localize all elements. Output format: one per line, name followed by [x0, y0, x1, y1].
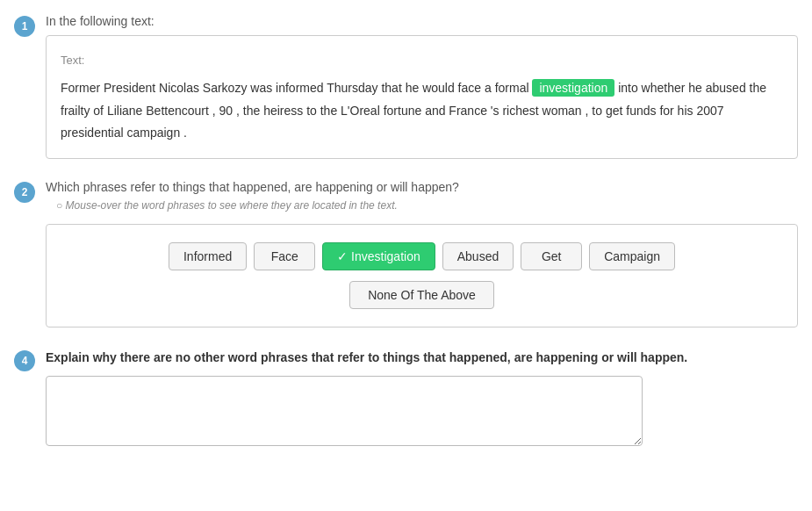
explain-label: Explain why there are no other word phra…: [46, 349, 798, 367]
highlighted-word: investigation: [532, 79, 614, 97]
step-2-circle: 2: [14, 182, 35, 203]
hint-text: Mouse-over the word phrases to see where…: [46, 199, 798, 212]
text-box: Text: Former President Nicolas Sarkozy w…: [46, 35, 798, 159]
section-1-content: In the following text: Text: Former Pres…: [46, 14, 798, 159]
answer-box: Informed Face Investigation Abused Get C…: [46, 224, 798, 327]
section-1-label: In the following text:: [46, 14, 798, 28]
section-2-content: Which phrases refer to things that happe…: [46, 180, 798, 327]
btn-get[interactable]: Get: [521, 242, 582, 270]
question-label: Which phrases refer to things that happe…: [46, 180, 798, 194]
text-part-1: Former President Nicolas Sarkozy was inf…: [61, 81, 532, 95]
section-4-content: Explain why there are no other word phra…: [46, 349, 798, 449]
btn-campaign[interactable]: Campaign: [589, 242, 675, 270]
btn-face[interactable]: Face: [254, 242, 315, 270]
btn-abused[interactable]: Abused: [442, 242, 514, 270]
step-4-circle: 4: [14, 350, 35, 371]
btn-informed[interactable]: Informed: [169, 242, 247, 270]
button-row: Informed Face Investigation Abused Get C…: [169, 242, 675, 270]
explain-textarea[interactable]: [46, 376, 643, 446]
section-2: 2 Which phrases refer to things that hap…: [14, 180, 798, 327]
btn-investigation[interactable]: Investigation: [322, 242, 435, 270]
btn-none-above[interactable]: None Of The Above: [349, 281, 494, 309]
section-4: 4 Explain why there are no other word ph…: [14, 349, 798, 449]
step-1-circle: 1: [14, 16, 35, 37]
text-box-header: Text:: [61, 50, 783, 70]
section-1: 1 In the following text: Text: Former Pr…: [14, 14, 798, 159]
